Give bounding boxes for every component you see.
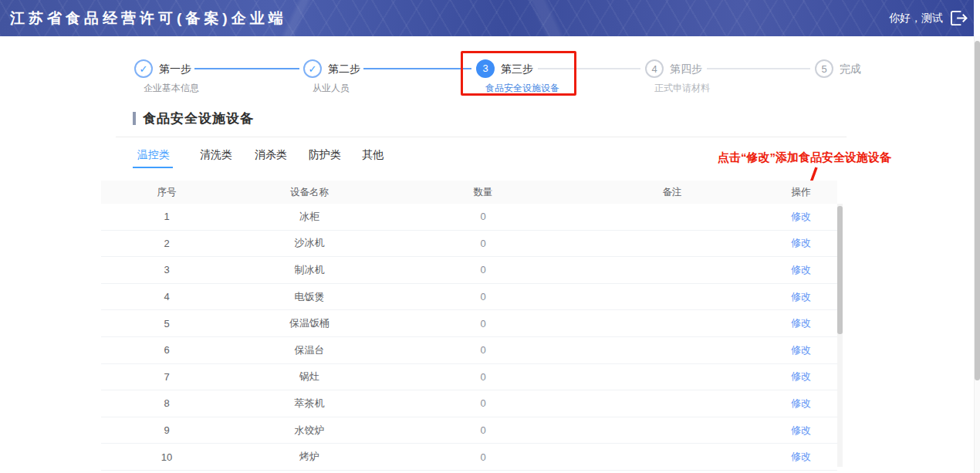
col-header-qty: 数量	[387, 186, 580, 199]
step-5-label: 完成	[840, 63, 861, 76]
page-scrollbar[interactable]	[974, 36, 980, 473]
cell-quantity: 0	[387, 291, 580, 302]
cell-no: 4	[101, 291, 232, 302]
check-icon: ✓	[303, 59, 322, 78]
step-connector	[194, 68, 299, 69]
section-title: 食品安全设施设备	[143, 110, 254, 127]
equipment-table: 序号 设备名称 数量 备注 操作 1 冰柜 0 修改 2 沙冰机 0 修改 3 …	[101, 181, 837, 471]
cell-equipment-name: 电饭煲	[232, 290, 387, 304]
tutorial-annotation: 点击“修改”添加食品安全设施设备	[718, 150, 891, 165]
tab-fanghu[interactable]: 防护类	[309, 148, 341, 162]
cell-equipment-name: 冰柜	[232, 210, 387, 224]
table-row: 1 冰柜 0 修改	[101, 204, 837, 231]
cell-equipment-name: 萃茶机	[232, 397, 387, 410]
active-tab-underline	[133, 167, 173, 168]
col-header-action: 操作	[765, 186, 837, 199]
table-header-row: 序号 设备名称 数量 备注 操作	[101, 181, 837, 204]
check-icon: ✓	[134, 59, 153, 78]
cell-no: 6	[101, 344, 232, 356]
step-4-sublabel: 正式申请材料	[654, 82, 710, 95]
modify-link[interactable]: 修改	[791, 451, 811, 462]
cell-no: 5	[101, 318, 232, 329]
cell-quantity: 0	[387, 424, 580, 436]
cell-quantity: 0	[387, 344, 580, 356]
table-row: 7 锅灶 0 修改	[101, 364, 837, 391]
step-2-sublabel: 从业人员	[313, 82, 350, 95]
cell-equipment-name: 保温台	[232, 343, 387, 357]
step-indicator: ✓ 第一步 企业基本信息 ✓ 第二步 从业人员 3 第三步 食品安全设施设备 4…	[0, 50, 980, 98]
app-header: 江苏省食品经营许可(备案)企业端	[0, 0, 974, 36]
cell-quantity: 0	[387, 238, 580, 249]
table-scrollbar-thumb[interactable]	[837, 206, 843, 334]
divider	[116, 137, 847, 137]
modify-link[interactable]: 修改	[791, 424, 811, 436]
table-row: 2 沙冰机 0 修改	[101, 231, 837, 258]
col-header-name: 设备名称	[232, 186, 387, 199]
modify-link[interactable]: 修改	[791, 344, 811, 356]
cell-equipment-name: 锅灶	[232, 370, 387, 383]
step-3-sublabel: 食品安全设施设备	[485, 82, 559, 95]
modify-link[interactable]: 修改	[791, 397, 811, 409]
cell-no: 2	[101, 238, 232, 249]
cell-no: 9	[101, 424, 232, 436]
cell-quantity: 0	[387, 211, 580, 222]
tab-wenkong[interactable]: 温控类	[137, 148, 170, 162]
cell-quantity: 0	[387, 451, 580, 463]
col-header-remark: 备注	[580, 186, 765, 199]
step-4-label: 第四步	[670, 63, 702, 76]
step-connector	[363, 68, 471, 69]
tab-qingxi[interactable]: 清洗类	[200, 148, 232, 162]
modify-link[interactable]: 修改	[791, 370, 811, 382]
step-3-label: 第三步	[501, 63, 533, 76]
cell-equipment-name: 烤炉	[232, 450, 387, 464]
section-title-bar	[133, 112, 136, 125]
step-number: 5	[815, 59, 833, 78]
cell-equipment-name: 沙冰机	[232, 236, 387, 250]
table-body: 1 冰柜 0 修改 2 沙冰机 0 修改 3 制冰机 0 修改 4 电饭煲 0	[101, 204, 837, 471]
step-1-sublabel: 企业基本信息	[144, 82, 199, 95]
cell-quantity: 0	[387, 264, 580, 275]
app-title: 江苏省食品经营许可(备案)企业端	[0, 0, 974, 36]
step-number: 3	[476, 59, 495, 78]
modify-link[interactable]: 修改	[791, 211, 811, 222]
user-greeting: 你好，测试	[889, 12, 943, 25]
cell-no: 1	[101, 211, 232, 222]
cell-no: 10	[101, 451, 232, 463]
table-row: 8 萃茶机 0 修改	[101, 390, 837, 417]
tab-qita[interactable]: 其他	[362, 148, 384, 162]
step-1-label: 第一步	[159, 63, 191, 76]
table-scrollbar[interactable]	[837, 204, 843, 467]
step-2-label: 第二步	[328, 63, 360, 76]
cell-equipment-name: 水饺炉	[232, 424, 387, 438]
table-row: 6 保温台 0 修改	[101, 337, 837, 364]
table-row: 3 制冰机 0 修改	[101, 257, 837, 284]
modify-link[interactable]: 修改	[791, 264, 811, 275]
cell-no: 7	[101, 371, 232, 383]
cell-no: 3	[101, 264, 232, 275]
modify-link[interactable]: 修改	[791, 317, 811, 329]
logout-icon[interactable]	[950, 10, 968, 26]
modify-link[interactable]: 修改	[791, 291, 811, 302]
cell-quantity: 0	[387, 371, 580, 383]
table-row: 5 保温饭桶 0 修改	[101, 310, 837, 337]
cell-quantity: 0	[387, 318, 580, 329]
cell-quantity: 0	[387, 397, 580, 409]
table-row: 10 烤炉 0 修改	[101, 444, 837, 471]
step-number: 4	[645, 59, 664, 78]
tab-xiaosha[interactable]: 消杀类	[255, 148, 287, 162]
step-connector	[707, 68, 810, 69]
cell-equipment-name: 制冰机	[232, 263, 387, 277]
table-row: 9 水饺炉 0 修改	[101, 417, 837, 444]
table-row: 4 电饭煲 0 修改	[101, 284, 837, 311]
col-header-no: 序号	[101, 186, 232, 199]
step-connector	[538, 68, 640, 69]
modify-link[interactable]: 修改	[791, 237, 811, 248]
cell-no: 8	[101, 397, 232, 409]
cell-equipment-name: 保温饭桶	[232, 316, 387, 330]
